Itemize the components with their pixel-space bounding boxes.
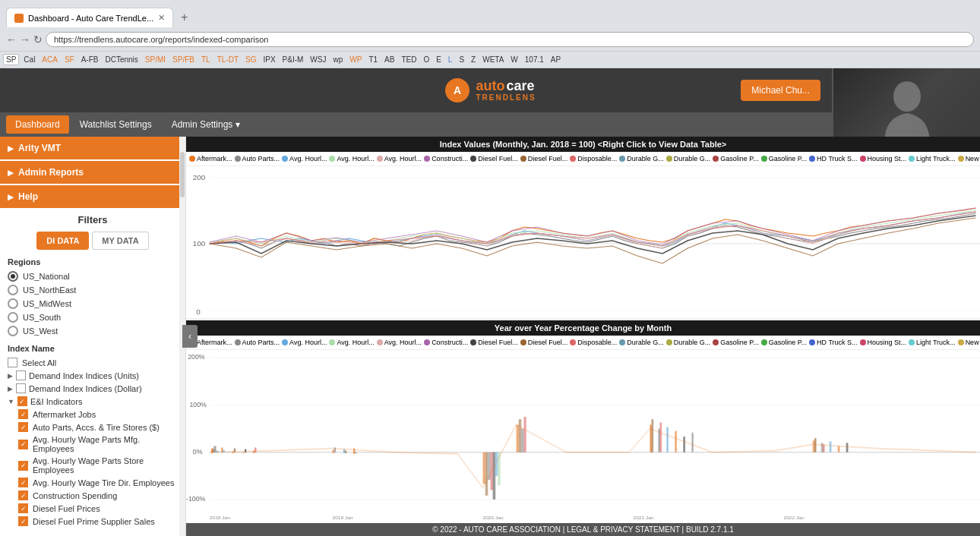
svg-text:0: 0: [196, 307, 201, 315]
region-us-northeast[interactable]: US_NorthEast: [8, 283, 178, 297]
index-diesel-prime[interactable]: ✓ Diesel Fuel Prime Supplier Sales: [8, 515, 178, 528]
index-auto-parts[interactable]: ✓ Auto Parts, Accs. & Tire Stores ($): [8, 421, 178, 434]
index-avg-wage-mfg[interactable]: ✓ Avg. Hourly Wage Parts Mfg. Employees: [8, 434, 178, 455]
bookmark-wp2[interactable]: WP: [347, 55, 364, 65]
bookmark-t1[interactable]: T1: [366, 55, 380, 65]
address-text: https://trendlens.autocare.org/reports/i…: [54, 35, 269, 44]
bookmark-dctennis[interactable]: DCTennis: [103, 55, 140, 65]
index-ei-indicators[interactable]: ▼ ✓ E&I Indicators: [8, 395, 178, 408]
svg-rect-65: [838, 446, 839, 452]
main-chart-body[interactable]: 200 100 0: [186, 166, 980, 318]
index-demand-units[interactable]: ▶ Demand Index Indices (Units): [8, 369, 178, 382]
logo-icon: A: [444, 77, 471, 104]
new-tab-button[interactable]: +: [176, 9, 192, 26]
bot-legend-diesel1: Diesel Fuel...: [470, 339, 518, 346]
bookmark-tl[interactable]: TL: [199, 55, 213, 65]
index-demand-dollar[interactable]: ▶ Demand Index Indices (Dollar): [8, 382, 178, 395]
bookmark-sf[interactable]: SF: [62, 55, 77, 65]
bookmark-ted[interactable]: TED: [399, 55, 419, 65]
sidebar-collapse-button[interactable]: ‹: [182, 325, 198, 348]
index-diesel-prices[interactable]: ✓ Diesel Fuel Prices: [8, 502, 178, 515]
index-construction[interactable]: ✓ Construction Spending: [8, 489, 178, 502]
bookmark-aca[interactable]: ACA: [40, 55, 60, 65]
bookmark-weta[interactable]: WETA: [480, 55, 506, 65]
bookmark-ipx[interactable]: IPX: [261, 55, 277, 65]
sidebar-section-header-arity[interactable]: ▶ Arity VMT: [0, 137, 185, 159]
region-west-label: US_West: [23, 326, 58, 336]
region-us-national[interactable]: US_National: [8, 270, 178, 283]
bookmark-cal[interactable]: Cal: [21, 55, 37, 65]
refresh-button[interactable]: ↻: [33, 33, 43, 46]
bottom-chart-title: Year over Year Percentage Change by Mont…: [495, 323, 672, 333]
bookmark-afb[interactable]: A-FB: [79, 55, 101, 65]
bot-legend-newcard: New Car D...: [958, 339, 980, 346]
bookmark-l[interactable]: L: [446, 55, 455, 65]
address-bar[interactable]: https://trendlens.autocare.org/reports/i…: [46, 32, 974, 47]
tab-close-icon[interactable]: ✕: [158, 13, 165, 23]
index-select-all[interactable]: Select All: [8, 356, 178, 369]
di-data-button[interactable]: DI DATA: [36, 232, 89, 250]
region-us-midwest[interactable]: US_MidWest: [8, 297, 178, 311]
legend-constructi: Constructi...: [424, 155, 468, 162]
bot-legend-hdtruck: HD Truck S...: [809, 339, 858, 346]
svg-rect-46: [495, 452, 498, 476]
bookmark-sg[interactable]: SG: [243, 55, 258, 65]
bot-legend-housings: Housing St...: [860, 339, 907, 346]
legend-aftermark: Aftermark...: [189, 155, 232, 162]
nav-item-dashboard[interactable]: Dashboard: [6, 115, 69, 134]
index-avg-wage-store[interactable]: ✓ Avg. Hourly Wage Parts Store Employees: [8, 455, 178, 476]
back-button[interactable]: ←: [6, 33, 17, 46]
checkbox-aftermarket-jobs: ✓: [18, 409, 28, 419]
bookmark-1071[interactable]: 107.1: [523, 55, 546, 65]
index-aftermarket-jobs[interactable]: ✓ Aftermarket Jobs: [8, 408, 178, 421]
browser-tab[interactable]: Dashboard - Auto Care TrendLe... ✕: [6, 8, 173, 27]
bookmark-z[interactable]: Z: [469, 55, 478, 65]
region-us-west[interactable]: US_West: [8, 324, 178, 338]
svg-rect-48: [517, 424, 519, 452]
forward-button[interactable]: →: [20, 33, 30, 46]
bookmark-wsj[interactable]: WSJ: [308, 55, 328, 65]
bookmark-spfb[interactable]: SP/FB: [170, 55, 197, 65]
diesel-prime-label: Diesel Fuel Prime Supplier Sales: [33, 517, 155, 526]
browser-nav-bar: ← → ↻ https://trendlens.autocare.org/rep…: [0, 27, 980, 52]
sidebar-scroll-thumb[interactable]: [180, 152, 185, 197]
svg-text:2020 Jan: 2020 Jan: [483, 515, 504, 520]
legend-durableg2: Durable G...: [666, 155, 711, 162]
bookmark-ap[interactable]: AP: [548, 55, 563, 65]
index-avg-wage-tire[interactable]: ✓ Avg. Hourly Wage Tire Dir. Employees: [8, 476, 178, 489]
checkbox-auto-parts: ✓: [18, 422, 28, 432]
browser-chrome: Dashboard - Auto Care TrendLe... ✕ +: [0, 0, 980, 27]
region-us-south[interactable]: US_South: [8, 311, 178, 324]
bookmark-pim[interactable]: P&I-M: [280, 55, 306, 65]
main-chart-legend: Aftermark... Auto Parts... Avg. Hourl...…: [186, 152, 980, 166]
checkbox-demand-dollar: [16, 383, 26, 393]
svg-text:2018 Jan: 2018 Jan: [210, 317, 231, 318]
sidebar-section-header-help[interactable]: ▶ Help: [0, 185, 185, 208]
svg-text:2018 Jan: 2018 Jan: [210, 515, 231, 520]
legend-diesel1: Diesel Fuel...: [470, 155, 518, 162]
bookmark-ab[interactable]: AB: [382, 55, 397, 65]
avg-wage-store-label: Avg. Hourly Wage Parts Store Employees: [33, 456, 178, 475]
legend-disposable: Disposable...: [570, 155, 617, 162]
nav-item-watchlist[interactable]: Watchlist Settings: [71, 115, 161, 134]
bottom-chart-body[interactable]: 200% 100% 0% -100%: [186, 350, 980, 523]
logo-text-area: auto care TRENDLENS: [476, 79, 536, 102]
bookmark-w[interactable]: W: [508, 55, 520, 65]
nav-item-admin[interactable]: Admin Settings ▾: [163, 115, 249, 134]
bookmark-spmi[interactable]: SP/MI: [143, 55, 168, 65]
auto-parts-label: Auto Parts, Accs. & Tire Stores ($): [33, 423, 160, 432]
user-button[interactable]: Michael Chu...: [741, 80, 820, 101]
svg-rect-64: [830, 441, 831, 452]
bookmark-s[interactable]: S: [457, 55, 466, 65]
bookmark-o[interactable]: O: [421, 55, 432, 65]
bookmark-wp[interactable]: wp: [330, 55, 345, 65]
svg-rect-45: [493, 452, 495, 500]
svg-rect-56: [667, 427, 669, 452]
bookmark-tldt[interactable]: TL-DT: [215, 55, 241, 65]
app-header: A auto care TRENDLENS Michael Chu...: [0, 68, 980, 112]
bottom-chart-section: Year over Year Percentage Change by Mont…: [186, 318, 980, 523]
sidebar-section-header-admin[interactable]: ▶ Admin Reports: [0, 161, 185, 184]
bookmark-e[interactable]: E: [434, 55, 444, 65]
my-data-button[interactable]: MY DATA: [92, 232, 148, 250]
bookmark-sp[interactable]: SP: [3, 54, 19, 65]
